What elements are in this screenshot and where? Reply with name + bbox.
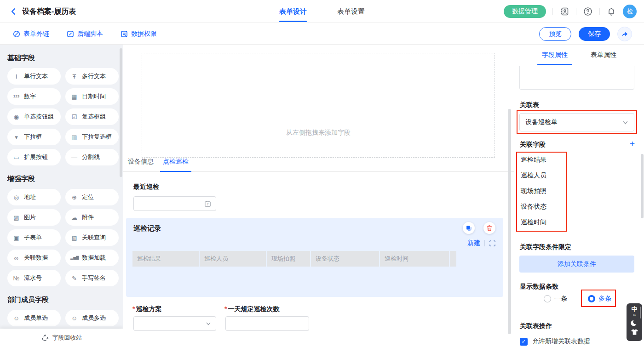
copy-icon xyxy=(466,225,472,231)
canvas-tab-bar: 设备信息 点检巡检 xyxy=(123,158,514,172)
theme-shirt-icon[interactable] xyxy=(631,329,638,336)
save-button[interactable]: 保存 xyxy=(579,27,610,41)
tab-form-settings[interactable]: 表单设置 xyxy=(337,0,365,23)
language-toggle-icon[interactable]: 中 xyxy=(632,306,638,313)
form-external-link-button[interactable]: 表单外链 xyxy=(13,30,49,38)
column-header: 巡检时间 xyxy=(380,251,449,267)
share-button[interactable] xyxy=(617,27,632,41)
copy-widget-button[interactable] xyxy=(463,222,475,234)
field-item-multi-dropdown[interactable]: ▥下拉复选框 xyxy=(65,129,119,145)
link-icon xyxy=(13,30,20,38)
column-header: 巡检人员 xyxy=(200,251,266,267)
sub-toolbar: 表单外链 后端脚本 数据权限 预览 保存 xyxy=(0,23,644,45)
location-icon: ⊕ xyxy=(70,194,78,200)
user-avatar[interactable]: 检 xyxy=(623,5,637,18)
tab-field-properties[interactable]: 字段属性 xyxy=(542,45,568,65)
radio-multiple-records[interactable]: 多条 xyxy=(588,295,611,303)
add-related-field-icon[interactable]: + xyxy=(630,139,635,148)
field-item-single-line-text[interactable]: I单行文本 xyxy=(7,68,61,85)
script-icon xyxy=(67,30,74,38)
related-field-item[interactable]: 巡检时间 xyxy=(521,218,546,227)
field-recycle-bin[interactable]: 字段回收站 xyxy=(0,329,123,347)
field-title-input[interactable] xyxy=(519,66,634,90)
multi-dropdown-icon: ▥ xyxy=(70,134,78,140)
toolbar-actions: 预览 保存 xyxy=(539,23,632,45)
field-item-subform[interactable]: ▣子表单 xyxy=(7,229,61,246)
new-record-button[interactable]: 新建 xyxy=(467,239,480,247)
backend-script-button[interactable]: 后端脚本 xyxy=(67,30,103,38)
field-item-data-load[interactable]: ▂▅▇数据加载 xyxy=(65,250,119,266)
number-icon: 123 xyxy=(12,95,20,98)
preview-button[interactable]: 预览 xyxy=(539,27,571,41)
contacts-icon[interactable] xyxy=(559,6,569,17)
expand-icon xyxy=(489,240,496,247)
widget-scrollbar xyxy=(640,307,641,319)
field-item-number[interactable]: 123数字 xyxy=(7,88,61,105)
field-item-member-single[interactable]: ☺成员单选 xyxy=(7,310,61,326)
form-canvas: 从左侧拖拽来添加字段 设备信息 点检巡检 最近巡检 7 巡检记录 xyxy=(123,45,514,347)
signature-icon: ✎ xyxy=(70,275,78,281)
property-panel: 字段属性 表单属性 关联表 设备巡检单 关联字段 + 巡检结果 巡检人员 现场拍… xyxy=(514,45,644,347)
related-field-item[interactable]: 现场拍照 xyxy=(521,187,546,195)
field-item-serial-number[interactable]: №流水号 xyxy=(7,270,61,286)
member-multi-icon: ☺ xyxy=(70,315,78,321)
field-item-radio-group[interactable]: ◉单选按钮组 xyxy=(7,108,61,125)
daily-count-label: 一天规定巡检次数 xyxy=(224,305,279,313)
subtable-header-row: 巡检结果 巡检人员 现场拍照 设备状态 巡检时间 xyxy=(132,251,456,267)
page-title[interactable]: 设备档案-履历表 xyxy=(22,7,76,19)
data-manage-button[interactable]: 数据管理 xyxy=(504,5,546,18)
divider xyxy=(599,8,600,15)
subtable-actions: 新建 xyxy=(467,239,496,247)
field-item-dropdown[interactable]: ▾下拉框 xyxy=(7,129,61,145)
column-header-empty xyxy=(450,251,456,267)
inspection-plan-select[interactable] xyxy=(133,316,216,331)
field-item-image[interactable]: ▨图片 xyxy=(7,209,61,226)
divider xyxy=(552,8,553,15)
related-data-icon: ∞ xyxy=(12,255,20,261)
related-table-select[interactable]: 设备巡检单 xyxy=(519,113,634,131)
recent-inspection-date-input[interactable]: 7 xyxy=(133,196,216,211)
language-en-icon: ᵉⁿ xyxy=(633,314,636,318)
header-actions: 数据管理 检 xyxy=(504,0,637,23)
data-permission-button[interactable]: 数据权限 xyxy=(121,30,157,38)
field-item-attachment[interactable]: ☁附件 xyxy=(65,209,119,226)
related-field-item[interactable]: 巡检结果 xyxy=(521,156,546,164)
field-item-checkbox-group[interactable]: ☑复选框组 xyxy=(65,108,119,125)
field-item-address[interactable]: ◎地址 xyxy=(7,189,61,205)
field-item-datetime[interactable]: ▦日期时间 xyxy=(65,88,119,105)
canvas-tab-inspection[interactable]: 点检巡检 xyxy=(163,158,189,171)
related-field-item[interactable]: 设备状态 xyxy=(521,203,546,211)
add-condition-button[interactable]: 添加关联条件 xyxy=(519,256,634,273)
field-item-related-data[interactable]: ∞关联数据 xyxy=(7,250,61,266)
dark-mode-moon-icon[interactable] xyxy=(630,319,638,327)
field-item-location[interactable]: ⊕定位 xyxy=(65,189,119,205)
field-item-related-query[interactable]: ▧关联查询 xyxy=(65,229,119,246)
canvas-tab-device-info[interactable]: 设备信息 xyxy=(128,158,154,171)
daily-count-input[interactable] xyxy=(225,316,309,331)
back-icon[interactable] xyxy=(8,6,19,17)
theme-language-widget[interactable]: 中 ᵉⁿ xyxy=(627,303,642,341)
field-item-divider-line[interactable]: —分割线 xyxy=(65,149,119,165)
allow-add-related-checkbox[interactable]: ✓ 允许新增关联表数据 xyxy=(520,337,590,346)
field-item-member-multi[interactable]: ☺成员多选 xyxy=(65,310,119,326)
field-item-multi-line-text[interactable]: Ŧ多行文本 xyxy=(65,68,119,85)
notification-bell-icon[interactable] xyxy=(606,6,616,17)
field-item-extend-button[interactable]: ▭扩展按钮 xyxy=(7,149,61,165)
field-item-signature[interactable]: ✎手写签名 xyxy=(65,270,119,286)
canvas-scrollbar[interactable] xyxy=(508,109,511,334)
trash-icon xyxy=(486,225,493,231)
radio-single-record[interactable]: 一条 xyxy=(544,295,567,303)
delete-widget-button[interactable] xyxy=(483,222,495,234)
column-header: 巡检结果 xyxy=(132,251,199,267)
related-field-item[interactable]: 巡检人员 xyxy=(521,171,546,180)
toolbar-links: 表单外链 后端脚本 数据权限 xyxy=(13,23,157,45)
help-icon[interactable] xyxy=(583,6,593,17)
inspection-record-widget[interactable]: 巡检记录 新建 巡检结果 巡检人员 现场拍照 xyxy=(126,218,503,297)
empty-dropzone[interactable]: 从左侧拖拽来添加字段 xyxy=(142,53,495,158)
sidebar-scrollbar[interactable] xyxy=(120,48,122,177)
panel-scrollbar[interactable] xyxy=(641,154,644,218)
tab-form-properties[interactable]: 表单属性 xyxy=(591,45,616,65)
basic-fields-grid: I单行文本 Ŧ多行文本 123数字 ▦日期时间 ◉单选按钮组 ☑复选框组 ▾下拉… xyxy=(7,68,117,165)
display-count-label: 显示数据条数 xyxy=(520,283,558,291)
tab-form-design[interactable]: 表单设计 xyxy=(279,0,307,23)
